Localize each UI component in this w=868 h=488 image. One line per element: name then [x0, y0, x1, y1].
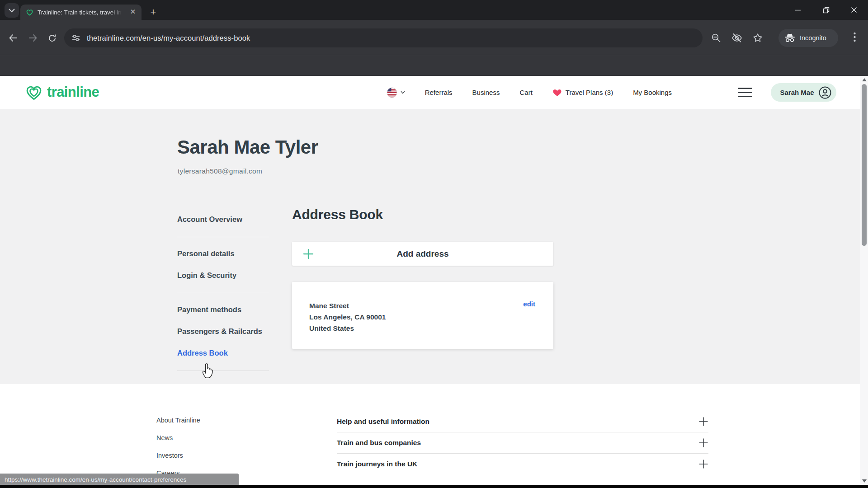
site-footer: About Trainline News Investors Careers H… [0, 384, 868, 488]
incognito-label: Incognito [800, 34, 826, 42]
window-restore-button[interactable] [812, 0, 840, 20]
sidebar-divider [177, 371, 269, 371]
minimize-icon [795, 7, 801, 13]
brand-wordmark: trainline [47, 84, 99, 100]
sidebar-item-passengers-railcards[interactable]: Passengers & Railcards [177, 327, 270, 336]
expand-plus-icon [698, 459, 708, 469]
zoom-out-button[interactable] [710, 32, 722, 44]
account-email: tylersarah508@gmail.com [178, 167, 262, 175]
trainline-favicon-icon [26, 9, 33, 16]
accordion-train-journeys-uk[interactable]: Train journeys in the UK [337, 454, 708, 474]
window-minimize-button[interactable] [784, 0, 812, 20]
page-title: Address Book [292, 207, 383, 222]
person-circle-icon [818, 86, 832, 99]
nav-travel-plans-label: Travel Plans (3) [566, 89, 613, 96]
accordion-help-info[interactable]: Help and useful information [337, 411, 708, 432]
accordion-label: Train journeys in the UK [337, 460, 417, 468]
site-settings-icon [71, 34, 80, 42]
star-icon [752, 33, 763, 43]
tab-search-button[interactable] [5, 3, 19, 18]
tab-title: Trainline: Train tickets, travel inf [38, 9, 122, 16]
trainline-logo[interactable]: trainline [24, 84, 99, 101]
main-navigation: Referrals Business Cart Travel Plans (3)… [387, 76, 672, 109]
page-scrollbar[interactable] [860, 76, 868, 488]
back-arrow-icon [9, 34, 18, 42]
chevron-down-icon [9, 9, 15, 13]
language-selector[interactable] [387, 87, 405, 98]
new-tab-button[interactable]: + [146, 5, 160, 19]
scrollbar-thumb[interactable] [862, 84, 867, 246]
user-name-label: Sarah Mae [780, 89, 814, 96]
footer-link-news[interactable]: News [156, 434, 200, 441]
accordion-train-bus-companies[interactable]: Train and bus companies [337, 432, 708, 453]
browser-chrome: Trainline: Train tickets, travel inf ✕ + [0, 0, 868, 76]
close-icon [851, 7, 857, 13]
nav-my-bookings[interactable]: My Bookings [633, 89, 672, 96]
add-address-label: Add address [396, 249, 448, 259]
reload-icon [48, 34, 57, 42]
account-holder-name: Sarah Mae Tyler [177, 136, 318, 158]
zoom-out-icon [711, 33, 722, 43]
status-url-text: https://www.thetrainline.com/en-us/my-ac… [5, 476, 186, 483]
browser-menu-button[interactable] [848, 31, 861, 43]
nav-cart[interactable]: Cart [519, 89, 532, 96]
forward-arrow-icon [28, 34, 38, 42]
accordion-label: Train and bus companies [337, 439, 421, 447]
account-button[interactable]: Sarah Mae [771, 83, 836, 102]
scrollbar-down-arrow-icon[interactable] [862, 479, 867, 483]
heart-icon [552, 88, 562, 97]
footer-link-investors[interactable]: Investors [156, 452, 200, 459]
nav-business[interactable]: Business [472, 89, 500, 96]
sidebar-item-account-overview[interactable]: Account Overview [177, 215, 270, 224]
trainline-heart-icon [24, 84, 43, 101]
back-button[interactable] [6, 31, 20, 45]
edit-address-link[interactable]: edit [523, 300, 535, 349]
address-line-2: Los Angeles, CA 90001 [309, 311, 386, 323]
add-address-button[interactable]: Add address [292, 242, 553, 266]
nav-travel-plans[interactable]: Travel Plans (3) [552, 88, 613, 97]
accordion-label: Help and useful information [337, 418, 429, 426]
three-dots-icon [854, 32, 856, 42]
expand-plus-icon [698, 438, 708, 448]
address-line-3: United States [309, 323, 386, 334]
bookmark-button[interactable] [751, 32, 764, 44]
menu-button[interactable] [738, 88, 752, 97]
status-bar-url: https://www.thetrainline.com/en-us/my-ac… [0, 474, 239, 485]
page-content: trainline [0, 76, 868, 488]
footer-divider [151, 406, 708, 406]
visibility-off-button[interactable] [731, 32, 743, 44]
restore-icon [823, 7, 830, 14]
plus-icon [302, 248, 314, 260]
hand-cursor-icon [201, 361, 214, 379]
address-bar[interactable]: thetrainline.com/en-us/my-account/addres… [64, 28, 703, 47]
reload-button[interactable] [45, 31, 59, 45]
browser-tab[interactable]: Trainline: Train tickets, travel inf ✕ [20, 5, 142, 20]
sidebar-item-login-security[interactable]: Login & Security [177, 271, 270, 280]
address-line-1: Mane Street [309, 300, 386, 311]
window-controls [784, 0, 868, 20]
url-text: thetrainline.com/en-us/my-account/addres… [87, 34, 250, 42]
expand-plus-icon [698, 417, 708, 427]
chevron-down-icon [401, 91, 405, 94]
sidebar-item-payment-methods[interactable]: Payment methods [177, 305, 270, 314]
incognito-badge: Incognito [778, 29, 838, 47]
hamburger-icon [738, 88, 752, 89]
browser-toolbar: thetrainline.com/en-us/my-account/addres… [0, 20, 868, 55]
sidebar-item-personal-details[interactable]: Personal details [177, 249, 270, 258]
sidebar-item-address-book[interactable]: Address Book [177, 349, 270, 357]
address-lines: Mane Street Los Angeles, CA 90001 United… [309, 300, 386, 349]
site-header: trainline [0, 76, 868, 109]
screen: Trainline: Train tickets, travel inf ✕ + [0, 0, 868, 488]
sidebar-divider [177, 237, 269, 237]
incognito-icon [784, 33, 796, 43]
tab-close-icon[interactable]: ✕ [129, 8, 137, 16]
address-card: Mane Street Los Angeles, CA 90001 United… [292, 282, 553, 349]
us-flag-icon [387, 87, 397, 98]
scrollbar-up-arrow-icon[interactable] [862, 78, 867, 81]
tab-strip: Trainline: Train tickets, travel inf ✕ + [0, 0, 868, 20]
forward-button[interactable] [26, 31, 40, 45]
eye-off-icon [731, 33, 743, 43]
footer-link-about[interactable]: About Trainline [156, 417, 200, 424]
window-close-button[interactable] [840, 0, 868, 20]
nav-referrals[interactable]: Referrals [425, 89, 453, 96]
